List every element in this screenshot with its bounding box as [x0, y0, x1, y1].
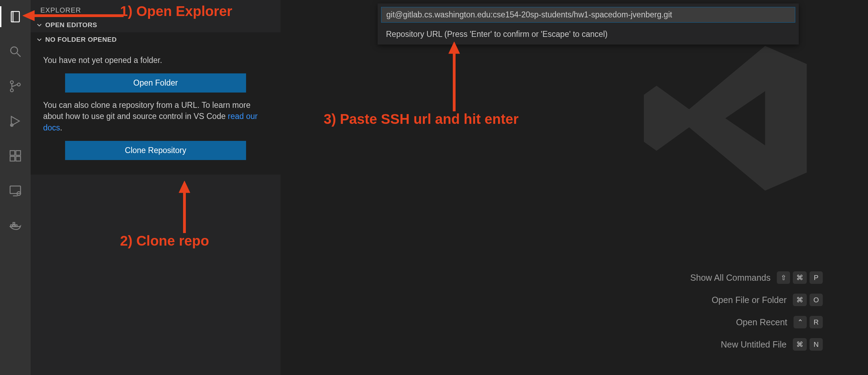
svg-line-1: [17, 53, 21, 57]
key: O: [810, 294, 823, 306]
vscode-logo-watermark: [635, 28, 816, 209]
activity-run-debug-icon[interactable]: [0, 111, 31, 131]
key: N: [810, 338, 823, 351]
hint-open-file: Open File or Folder ⌘ O: [690, 294, 823, 306]
svg-rect-6: [10, 151, 15, 155]
svg-point-2: [10, 81, 13, 83]
key: R: [810, 316, 823, 328]
no-folder-label: NO FOLDER OPENED: [45, 36, 117, 43]
sidebar-title: EXPLORER: [31, 0, 281, 18]
editor-area: Show All Commands ⇧ ⌘ P Open File or Fol…: [281, 0, 868, 375]
svg-point-3: [10, 89, 13, 92]
key: ⇧: [777, 271, 790, 284]
clone-repository-button[interactable]: Clone Repository: [65, 141, 246, 160]
activity-source-control-icon[interactable]: [0, 76, 31, 97]
key: ⌘: [793, 271, 807, 284]
open-editors-label: OPEN EDITORS: [45, 21, 97, 29]
no-folder-text: You have not yet opened a folder.: [43, 55, 268, 66]
no-folder-panel: You have not yet opened a folder. Open F…: [31, 47, 281, 175]
chevron-down-icon: [35, 21, 43, 29]
key: ⌘: [793, 338, 807, 351]
hint-show-all-commands: Show All Commands ⇧ ⌘ P: [690, 271, 823, 284]
activity-bar: [0, 0, 31, 375]
svg-point-4: [17, 83, 20, 86]
open-editors-header[interactable]: OPEN EDITORS: [31, 18, 281, 32]
activity-docker-icon[interactable]: [0, 215, 31, 236]
clone-help-text: You can also clone a repository from a U…: [43, 99, 268, 133]
svg-rect-16: [13, 223, 15, 224]
activity-remote-icon[interactable]: [0, 180, 31, 201]
repository-url-input[interactable]: [381, 7, 795, 23]
open-folder-button[interactable]: Open Folder: [65, 73, 246, 93]
activity-explorer-icon[interactable]: [0, 6, 31, 27]
explorer-sidebar: EXPLORER OPEN EDITORS NO FOLDER OPENED Y…: [31, 0, 281, 375]
svg-rect-10: [10, 186, 21, 194]
key: P: [810, 271, 823, 284]
key: ⌃: [794, 316, 807, 328]
quick-input-widget: Repository URL (Press 'Enter' to confirm…: [378, 3, 799, 45]
welcome-hints: Show All Commands ⇧ ⌘ P Open File or Fol…: [690, 271, 823, 351]
key: ⌘: [793, 294, 807, 306]
chevron-down-icon: [35, 36, 43, 43]
activity-search-icon[interactable]: [0, 41, 31, 62]
svg-point-0: [11, 47, 18, 54]
hint-new-file: New Untitled File ⌘ N: [690, 338, 823, 351]
svg-rect-7: [10, 157, 15, 161]
svg-rect-9: [16, 151, 21, 155]
hint-open-recent: Open Recent ⌃ R: [690, 316, 823, 328]
activity-extensions-icon[interactable]: [0, 145, 31, 166]
svg-rect-8: [16, 157, 21, 161]
no-folder-header[interactable]: NO FOLDER OPENED: [31, 32, 281, 47]
quick-input-description: Repository URL (Press 'Enter' to confirm…: [378, 26, 799, 45]
